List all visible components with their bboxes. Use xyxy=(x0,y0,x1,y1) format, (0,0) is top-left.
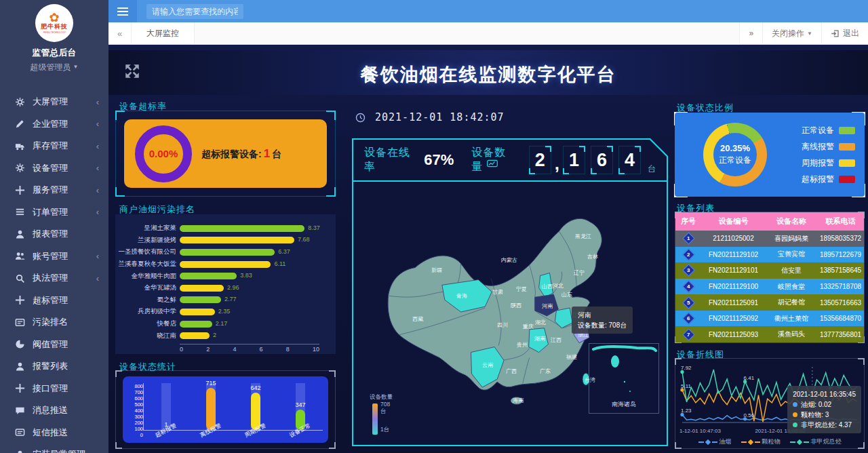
ratio-legend-item[interactable]: 周期报警 xyxy=(802,157,855,169)
profile-section: ✿ 肥牛科技 FEINIU TECHNOLOGY 监管总后台 超级管理员▼ xyxy=(0,0,108,73)
table-row[interactable]: 7FN20211125093溪鱼码头13777356801 xyxy=(675,326,864,342)
ranking-category-label: 晓江南 xyxy=(118,332,176,340)
table-header-cell: 设备名称 xyxy=(766,216,817,226)
sidebar-item-库存管理[interactable]: 库存管理‹ xyxy=(0,135,108,157)
row-index-cell: 3 xyxy=(675,266,701,275)
logout-button[interactable]: 退出 xyxy=(821,22,868,44)
table-cell: FN20211125092 xyxy=(701,315,766,322)
sidebar-item-label: 安装异常管理 xyxy=(33,448,99,453)
role-label: 超级管理员 xyxy=(31,62,71,72)
ratio-legend-swatch xyxy=(839,176,855,183)
tooltip-series-dot xyxy=(793,402,797,407)
users-icon xyxy=(15,251,25,261)
map-legend-gradient xyxy=(372,403,378,435)
device-list-panel: 序号设备编号设备名称联系电话121211025002喜园妈妈菜189580353… xyxy=(675,212,865,343)
sidebar-item-安装异常管理[interactable]: 安装异常管理 xyxy=(0,444,108,453)
table-row[interactable]: 121211025002喜园妈妈菜18958035372 xyxy=(675,231,864,247)
sidebar-item-报表管理[interactable]: 报表管理 xyxy=(0,223,108,245)
legend-line xyxy=(741,441,747,443)
sidebar-item-订单管理[interactable]: 订单管理‹ xyxy=(0,201,108,224)
tabbar: « 大屏监控 » 关闭操作▼ 退出 xyxy=(108,22,868,45)
exceed-rate-card: 0.00% 超标报警设备:1台 xyxy=(124,119,327,188)
status-ratio-donut-chart: 20.35% 正常设备 xyxy=(703,123,767,186)
ranking-bar-track: 7.68 xyxy=(180,237,329,243)
ranking-category-label: 快餐店 xyxy=(118,319,176,328)
sidebar-item-短信推送[interactable]: 短信推送 xyxy=(0,422,108,444)
map-tooltip: 河南 设备数量: 708台 xyxy=(572,307,633,334)
ratio-legend-item[interactable]: 超标报警 xyxy=(802,174,855,185)
edit-icon xyxy=(15,119,25,129)
status-y-tick: 800 xyxy=(134,383,143,389)
online-rate-label: 设备在线率 xyxy=(364,146,417,174)
ranking-row: 兰溪新疆烧烤7.68 xyxy=(118,235,329,247)
sidebar-item-污染排名[interactable]: 污染排名 xyxy=(0,311,108,334)
sidebar-item-label: 企业管理 xyxy=(33,118,96,130)
legend-diamond xyxy=(705,439,710,444)
index-diamond-badge: 6 xyxy=(682,312,694,324)
search-input[interactable] xyxy=(146,4,243,19)
sidebar-item-账号管理[interactable]: 账号管理‹ xyxy=(0,245,108,268)
sidebar-item-label: 污染排名 xyxy=(33,316,99,328)
tabs-scroll-right-button[interactable]: » xyxy=(739,22,762,44)
sidebar-item-企业管理[interactable]: 企业管理‹ xyxy=(0,113,108,136)
chevron-left-icon: ‹ xyxy=(96,185,99,195)
status-y-tick: 700 xyxy=(134,389,143,395)
ranking-x-tick: 4 xyxy=(233,346,236,353)
china-map[interactable]: 新疆西藏青海甘肃内蒙古黑龙江吉林辽宁河北山西宁夏山东陕西河南江苏四川重庆湖北浙江… xyxy=(353,183,667,445)
ranking-value-label: 3.83 xyxy=(240,272,252,279)
exceed-alarm-text: 超标报警设备:1台 xyxy=(201,147,281,161)
role-dropdown[interactable]: 超级管理员▼ xyxy=(0,62,108,73)
sidebar-item-超标管理[interactable]: 超标管理 xyxy=(0,290,108,312)
status-bar-group: 347设备正常 xyxy=(278,383,323,430)
sidebar-toggle-button[interactable] xyxy=(108,0,137,22)
tooltip-series-dot xyxy=(793,412,797,417)
legend-diamond xyxy=(747,439,753,444)
line-legend-item[interactable]: 颗粒物 xyxy=(741,437,781,446)
caret-down-icon: ▼ xyxy=(73,64,79,70)
table-row[interactable]: 4FN20211129100岐照食堂13325718708 xyxy=(675,279,864,295)
sms-icon xyxy=(15,427,25,437)
ranking-value-label: 2.96 xyxy=(227,284,239,291)
sidebar-item-执法管理[interactable]: 执法管理‹ xyxy=(0,267,108,290)
sidebar-item-报警列表[interactable]: 报警列表 xyxy=(0,355,108,378)
dashboard-header-band: 餐饮油烟在线监测数字化平台 xyxy=(108,50,868,95)
tab-screen-monitor[interactable]: 大屏监控 xyxy=(132,22,195,44)
ranking-category-label: 兵房初级中学 xyxy=(118,307,176,316)
table-row[interactable]: 6FN20211125092衢州土菜馆15356684870 xyxy=(675,311,864,327)
line-legend-item[interactable]: 非甲烷总烃 xyxy=(790,437,842,446)
count-digit: 2 xyxy=(529,146,551,174)
search-icon xyxy=(15,273,25,283)
sidebar-item-label: 消息推送 xyxy=(33,404,99,416)
table-cell: 溪鱼码头 xyxy=(766,330,817,339)
tabs-scroll-left-button[interactable]: « xyxy=(108,22,132,44)
ratio-legend-item[interactable]: 离线报警 xyxy=(802,141,855,153)
ranking-bar-track: 2.77 xyxy=(180,296,329,303)
table-cell: 18957122679 xyxy=(817,251,864,258)
ranking-value-label: 6.11 xyxy=(274,260,285,267)
table-row[interactable]: 3FN20211129101信安里13857158645 xyxy=(675,262,864,279)
ranking-bar xyxy=(180,285,224,292)
sidebar-item-服务管理[interactable]: 服务管理‹ xyxy=(0,179,108,201)
sidebar-item-label: 服务管理 xyxy=(33,184,96,196)
ranking-row: 快餐店2.17 xyxy=(118,318,329,330)
ranking-row: 金华雅顺牛肉面3.83 xyxy=(118,270,329,282)
map-legend-max: 708台 xyxy=(380,401,393,416)
sidebar-item-消息推送[interactable]: 消息推送 xyxy=(0,399,108,422)
topbar xyxy=(108,0,868,22)
sidebar-item-接口管理[interactable]: 接口管理 xyxy=(0,378,108,400)
device-count-unit: 台 xyxy=(648,163,656,175)
index-diamond-badge: 4 xyxy=(682,280,694,292)
close-operations-dropdown[interactable]: 关闭操作▼ xyxy=(762,22,821,44)
legend-line xyxy=(755,441,760,443)
table-row[interactable]: 2FN20211129102宝善宾馆18957122679 xyxy=(675,247,864,263)
exceed-rate-panel: 0.00% 超标报警设备:1台 xyxy=(115,111,336,197)
line-legend-item[interactable]: 油烟 xyxy=(698,437,732,446)
legend-line xyxy=(790,441,795,443)
sidebar-item-设备管理[interactable]: 设备管理‹ xyxy=(0,157,108,180)
sidebar-item-大屏管理[interactable]: 大屏管理‹ xyxy=(0,91,108,113)
sidebar-item-阀值管理[interactable]: 阀值管理 xyxy=(0,334,108,356)
ranking-bar-track: 2.35 xyxy=(180,309,329,315)
line-x-label: 1-12-01 10:47:03 xyxy=(679,428,721,434)
ratio-legend-item[interactable]: 正常设备 xyxy=(802,125,855,136)
table-row[interactable]: 5FN20211125091胡记餐馆13505716663 xyxy=(675,294,864,311)
